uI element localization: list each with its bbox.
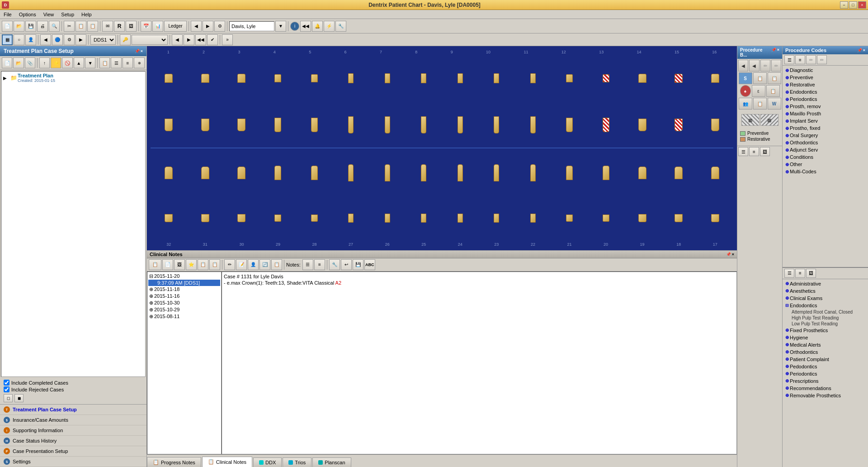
tooth-15-crown[interactable] [675, 119, 683, 131]
cat2-medical-alerts[interactable]: ⊕ Medical Alerts [783, 341, 867, 348]
tooth-23-crown[interactable] [492, 164, 500, 181]
open-btn[interactable]: 📂 [14, 21, 24, 32]
menu-file[interactable]: File [2, 11, 14, 18]
pb-icon-14[interactable]: ▦ [741, 114, 760, 126]
tooth-14-crown[interactable] [638, 119, 646, 131]
tooth-24-crown[interactable] [456, 164, 464, 181]
nav-settings[interactable]: S Settings [0, 457, 146, 467]
include-completed-checkbox[interactable]: Include Completed Cases [4, 380, 143, 386]
cat-implant[interactable]: ⊕ Implant Serv [783, 117, 867, 124]
cn-pin-icon[interactable]: 📌 [726, 252, 731, 257]
save-btn[interactable]: 💾 [25, 21, 36, 32]
tooth-7-crown[interactable] [383, 116, 392, 133]
cn-tool-btn3[interactable]: 💾 [353, 259, 363, 270]
pb-icon-9[interactable]: ε [752, 85, 765, 97]
tooth-12-crown[interactable] [565, 118, 573, 132]
lp-up[interactable]: ▲ [74, 57, 84, 68]
cat-multi-codes[interactable]: ⊕ Multi-Codes [783, 168, 867, 175]
cat-other[interactable]: ⊕ Other [783, 161, 867, 168]
title-bar-controls[interactable]: − □ × [840, 1, 866, 9]
tooth-9-crown[interactable] [456, 116, 464, 133]
cn-btn8[interactable]: 📝 [236, 259, 247, 270]
tb2-btn9[interactable]: ◀ [172, 34, 183, 45]
tb2-btn11[interactable]: ◀◀ [195, 34, 206, 45]
img-btn[interactable]: 🖼 [126, 21, 137, 32]
copy-btn[interactable]: 📋 [75, 21, 86, 32]
tooth-28-crown[interactable] [311, 166, 319, 180]
tab-trios[interactable]: Trios [283, 457, 311, 467]
tooth-31-crown[interactable] [201, 167, 209, 179]
tooth-10-crown[interactable] [492, 116, 500, 133]
tooth-21-crown[interactable] [565, 166, 573, 180]
tooth-22-crown[interactable] [529, 164, 537, 181]
patient-dropdown[interactable]: ▼ [275, 21, 286, 32]
tooth-18-crown[interactable] [675, 167, 683, 179]
extra-btn1[interactable]: ◀◀ [300, 21, 311, 32]
cnr-btn3[interactable]: 🖼 [760, 147, 770, 156]
tab-progress-notes[interactable]: 📋 Progress Notes [147, 457, 201, 467]
lp-btn1[interactable]: 📄 [2, 57, 12, 68]
tooth-20-crown[interactable] [602, 166, 610, 180]
pb-icon-7[interactable]: 📋 [768, 72, 781, 84]
appt-btn[interactable]: 📅 [141, 21, 151, 32]
lp-btn8[interactable]: ☰ [111, 57, 121, 68]
nav-insurance[interactable]: $ Insurance/Case Amounts [0, 415, 146, 425]
include-rejected-input[interactable] [4, 386, 9, 392]
tb2-btn4[interactable]: ◀ [40, 34, 51, 45]
tab-clinical-notes[interactable]: 📋 Clinical Notes [202, 457, 252, 467]
tooth-5-crown[interactable] [311, 118, 319, 132]
pb-icon-1[interactable]: ◀ [738, 60, 748, 71]
cat-preventive[interactable]: ⊕ Preventive [783, 74, 867, 81]
provider-select2[interactable] [132, 35, 168, 45]
tooth-6-crown[interactable] [347, 116, 355, 133]
extra-btn3[interactable]: ⚡ [324, 21, 335, 32]
menu-setup[interactable]: Setup [59, 11, 76, 18]
print-btn[interactable]: 🖨 [37, 21, 48, 32]
cat-oral-surgery[interactable]: ⊕ Oral Surgery [783, 132, 867, 139]
tb2-btn1[interactable]: ▦ [2, 34, 13, 45]
tree-root[interactable]: ▶ 📁 Treatment Plan Created: 2015-01-15 [2, 72, 144, 83]
menu-help[interactable]: Help [80, 11, 94, 18]
cat2-administrative[interactable]: ⊕ Administrative [783, 280, 867, 287]
sub-low-pulp[interactable]: Low Pulp Test Reading [783, 321, 867, 327]
pb-icon-6[interactable]: 📋 [753, 72, 767, 84]
cat-orthodontics[interactable]: ⊕ Orthodontics [783, 139, 867, 146]
lp-btn3[interactable]: 📎 [25, 57, 35, 68]
tab-planscan[interactable]: Planscan [312, 457, 351, 467]
lp-btn5[interactable]: ⭐ [51, 57, 61, 68]
rp-tb-btn1[interactable]: ☰ [784, 55, 794, 64]
rp-tb-btn2[interactable]: ≡ [795, 55, 805, 64]
cat2-pedodontics[interactable]: ⊕ Pedodontics [783, 363, 867, 370]
cat2-anesthetics[interactable]: ⊕ Anesthetics [783, 287, 867, 295]
nav-case-status[interactable]: H Case Status History [0, 436, 146, 446]
rp-tb-btn4[interactable]: ✏ [817, 55, 827, 64]
pb-icon-5[interactable]: S [739, 72, 752, 84]
cn-time-entry[interactable]: 9:37:09 AM [DDS1] [148, 280, 220, 286]
tooth-3-crown[interactable] [237, 119, 245, 131]
lp-btn9[interactable]: ≡ [123, 57, 133, 68]
cn-btn7[interactable]: ✏ [224, 259, 235, 270]
sub-high-pulp[interactable]: High Pulp Test Reading [783, 315, 867, 321]
tooth-2-crown[interactable] [201, 119, 209, 131]
tooth-8-crown[interactable] [420, 116, 428, 133]
tb2-btn3[interactable]: 👤 [25, 34, 36, 45]
pb-icon-10[interactable]: 📋 [766, 85, 780, 97]
rp-tb-btn3[interactable]: ✏ [806, 55, 816, 64]
info-btn[interactable]: i [290, 22, 299, 31]
cn-date-2015-11-16[interactable]: ⊕ 2015-11-16 [148, 293, 220, 300]
maximize-button[interactable]: □ [849, 1, 857, 9]
lp-down[interactable]: ▼ [85, 57, 95, 68]
cat2-hygiene[interactable]: ⊕ Hygiene [783, 334, 867, 341]
cat2-endodontics[interactable]: ⊟ Endodontics [783, 302, 867, 309]
cat-adjunct[interactable]: ⊕ Adjunct Serv [783, 146, 867, 153]
pb-icon-15[interactable]: ▦ [760, 114, 778, 126]
pb-icon-4[interactable]: ✏ [771, 60, 781, 71]
cn-btn4[interactable]: ⭐ [186, 259, 197, 270]
cat2-periodontics[interactable]: ⊕ Periodontics [783, 370, 867, 377]
ledger-btn[interactable]: Ledger [164, 21, 187, 32]
tb2-more[interactable]: » [222, 34, 233, 45]
tooth-4-crown[interactable] [274, 118, 282, 132]
tb2-btn5[interactable]: 🔵 [52, 34, 63, 45]
cat2-recommendations[interactable]: ⊕ Recommendations [783, 385, 867, 392]
tb2-btn2[interactable]: ○ [14, 34, 24, 45]
